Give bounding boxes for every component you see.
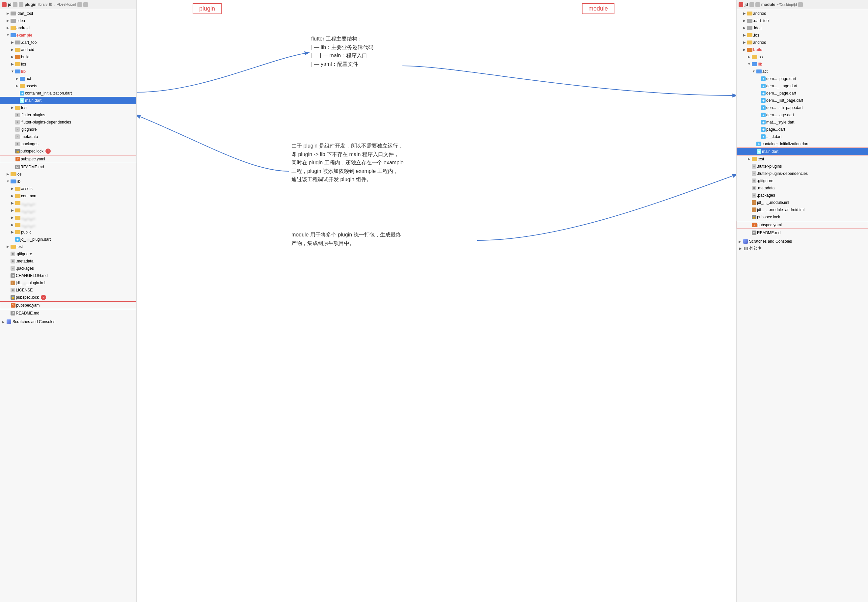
- r-android2[interactable]: android: [737, 39, 868, 46]
- r-dem5[interactable]: ◈ den..._...h_page.dart: [737, 104, 868, 111]
- file-icon: ≡: [752, 193, 756, 198]
- r-dem2[interactable]: ◈ dem..._...age.dart: [737, 82, 868, 89]
- chevron: [11, 62, 14, 66]
- tree-item-container[interactable]: ◈ container_initialization.dart: [0, 89, 136, 97]
- tree-item-dart-tool[interactable]: .dart_tool: [0, 10, 136, 17]
- r-dem3[interactable]: ◈ dem..._page.dart: [737, 89, 868, 97]
- tree-item-metadata[interactable]: ≡ .metadata: [0, 133, 136, 140]
- r-build[interactable]: build: [737, 46, 868, 53]
- r-dem4[interactable]: ◈ dem..._list_page.dart: [737, 97, 868, 104]
- badge-1: 1: [46, 149, 51, 154]
- tree-item-flutter-plugins-dep[interactable]: ≡ .flutter-plugins-dependencies: [0, 118, 136, 126]
- r-flutter-plugins[interactable]: ≡ .flutter-plugins: [737, 163, 868, 170]
- tree-item-test[interactable]: test: [0, 104, 136, 111]
- header-btn3[interactable]: [77, 2, 82, 7]
- r-metadata[interactable]: ≡ .metadata: [737, 184, 868, 192]
- r-main[interactable]: ◈ main.dart: [737, 147, 868, 155]
- r-ios2[interactable]: ios: [737, 53, 868, 61]
- tree-item-ex-lib[interactable]: lib: [0, 68, 136, 75]
- tree-item-common[interactable]: common: [0, 192, 136, 200]
- item-label: android: [17, 25, 30, 31]
- r-readme[interactable]: M README.md: [737, 229, 868, 236]
- r-idea[interactable]: .idea: [737, 25, 868, 32]
- tree-item-android[interactable]: android: [0, 25, 136, 32]
- r-packages[interactable]: ≡ .packages: [737, 192, 868, 199]
- tree-item-changelog[interactable]: M CHANGELOG.md: [0, 272, 136, 279]
- r-dart-tool[interactable]: .dart_tool: [737, 17, 868, 25]
- tree-item-test-top[interactable]: test: [0, 243, 136, 250]
- tree-item-public[interactable]: public: [0, 229, 136, 236]
- r-ios[interactable]: .ios: [737, 32, 868, 39]
- file-icon: ≡: [15, 120, 20, 124]
- tree-item-ex-dart-tool[interactable]: .dart_tool: [0, 39, 136, 46]
- r-te[interactable]: ◈ ..._.l.dart: [737, 133, 868, 140]
- r-dem1[interactable]: ◈ dem..._page.dart: [737, 75, 868, 82]
- item-label: .metadata: [16, 258, 33, 264]
- header-btn2[interactable]: [19, 2, 23, 7]
- tree-item-pubspec-lock[interactable]: 🔒 pubspec.lock 1: [0, 147, 136, 155]
- tree-item-main[interactable]: ◈ main.dart: [0, 97, 136, 104]
- tree-item-ex-ios[interactable]: ios: [0, 61, 136, 68]
- r-gitignore[interactable]: ≡ .gitignore: [737, 177, 868, 184]
- r-jdf-iml[interactable]: I jdf_..._.module.iml: [737, 199, 868, 206]
- right-keyword: module: [761, 2, 776, 7]
- r-jdf-iml2[interactable]: I jdf_..._.module_android.iml: [737, 206, 868, 213]
- chevron-android: [6, 26, 10, 30]
- item-label: .metadata: [20, 134, 38, 140]
- r-page[interactable]: ◈ page...dart: [737, 126, 868, 133]
- tree-item-lib-top[interactable]: lib: [0, 178, 136, 185]
- tree-item-flutter-plugins[interactable]: ≡ .flutter-plugins: [0, 111, 136, 118]
- scratches-item-right[interactable]: Scratches and Consoles: [737, 238, 868, 244]
- tree-item-ios[interactable]: ios: [0, 170, 136, 178]
- tree-item-readme[interactable]: M README.md: [0, 163, 136, 170]
- tree-item-blurred1[interactable]: ..._..._...: [0, 200, 136, 207]
- tree-item-packages[interactable]: ≡ .packages: [0, 140, 136, 147]
- tree-item-jdl-iml[interactable]: I jdl_ ..._plugin.iml: [0, 279, 136, 287]
- r-dem6[interactable]: ◈ dem..._age.dart: [737, 111, 868, 118]
- scratches-item-left[interactable]: Scratches and Consoles: [0, 319, 136, 325]
- tree-item-ex-build[interactable]: build: [0, 53, 136, 61]
- folder-icon: [752, 55, 757, 59]
- tree-item-gitignore[interactable]: ≡ .gitignore: [0, 126, 136, 133]
- r-pubspec-yaml[interactable]: Y pubspec.yaml: [737, 221, 868, 229]
- tree-item-license[interactable]: ≡ LICENSE: [0, 287, 136, 294]
- header-btn-r2[interactable]: [755, 2, 760, 7]
- tree-item-act[interactable]: act: [0, 75, 136, 82]
- r-test[interactable]: test: [737, 155, 868, 163]
- r-pubspec-lock[interactable]: 🔒 pubspec.lock: [737, 213, 868, 221]
- tree-item-blurred3[interactable]: ..._..._...: [0, 214, 136, 221]
- item-label: .packages: [16, 265, 34, 272]
- file-icon: ≡: [15, 141, 20, 146]
- r-act[interactable]: act: [737, 68, 868, 75]
- tree-item-blurred4[interactable]: ..._..._...: [0, 221, 136, 229]
- folder-icon: [756, 69, 762, 74]
- r-mat[interactable]: ◈ mat..._style.dart: [737, 118, 868, 126]
- tree-item-jd-plugin-dart[interactable]: ◈ jd_ ..._plugin.dart: [0, 236, 136, 243]
- header-btn-r3[interactable]: [798, 2, 803, 7]
- r-android[interactable]: android: [737, 10, 868, 17]
- header-btn4[interactable]: [83, 2, 88, 7]
- tree-item-metadata2[interactable]: ≡ .metadata: [0, 258, 136, 265]
- tree-item-assets2[interactable]: assets: [0, 185, 136, 192]
- tree-item-ex-android[interactable]: android: [0, 46, 136, 53]
- tree-item-pubspec-lock2[interactable]: 🔒 pubspec.lock 2: [0, 294, 136, 301]
- folder-icon: [15, 55, 20, 59]
- r-container[interactable]: ◈ container_initialization.dart: [737, 140, 868, 147]
- ext-lib-item[interactable]: 外部库: [737, 245, 868, 252]
- tree-item-idea[interactable]: .idea: [0, 17, 136, 25]
- tree-item-assets[interactable]: assets: [0, 82, 136, 89]
- right-panel-header: jd module ~/Desktop/jd: [737, 0, 868, 9]
- tree-item-example[interactable]: example: [0, 32, 136, 39]
- tree-item-pubspec-yaml[interactable]: Y pubspec.yaml: [0, 155, 136, 163]
- header-btn-r1[interactable]: [750, 2, 754, 7]
- tree-item-packages2[interactable]: ≡ .packages: [0, 265, 136, 272]
- tree-item-gitignore2[interactable]: ≡ .gitignore: [0, 250, 136, 258]
- r-flutter-plugins-dep[interactable]: ≡ .flutter-plugins-dependencies: [737, 170, 868, 177]
- tree-item-pubspec-yaml2[interactable]: Y pubspec.yaml: [0, 301, 136, 309]
- r-lib[interactable]: lib: [737, 61, 868, 68]
- header-btn1[interactable]: [13, 2, 17, 7]
- item-label: assets: [21, 186, 32, 192]
- tree-item-readme2[interactable]: M README.md: [0, 310, 136, 317]
- folder-icon: [747, 19, 752, 23]
- tree-item-blurred2[interactable]: ..._..._...: [0, 207, 136, 214]
